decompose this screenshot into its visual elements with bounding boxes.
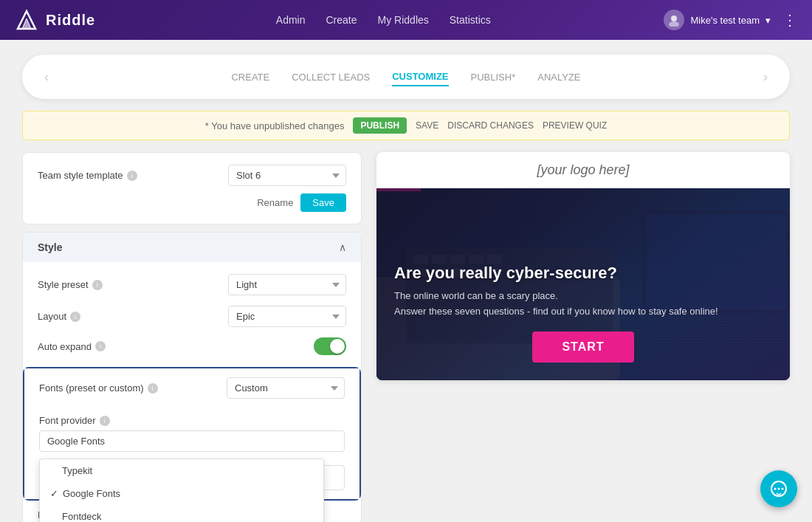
preview-description: Answer these seven questions - find out … bbox=[394, 306, 772, 317]
font-provider-value: Google Fonts bbox=[47, 436, 337, 447]
nav-my-riddles[interactable]: My Riddles bbox=[378, 14, 429, 26]
style-preset-row: Style preset i Light bbox=[38, 274, 346, 295]
team-chevron: ▾ bbox=[765, 15, 771, 26]
font-provider-label: Font provider i bbox=[39, 415, 345, 426]
nav-create[interactable]: Create bbox=[326, 14, 357, 26]
tab-customize[interactable]: CUSTOMIZE bbox=[392, 68, 448, 86]
discard-changes-button[interactable]: DISCARD CHANGES bbox=[447, 120, 534, 131]
font-provider-dropdown-container: Google Fonts Typekit Google Fonts bbox=[39, 430, 345, 452]
font-option-typekit-label: Typekit bbox=[62, 465, 92, 476]
team-label: Mike's test team bbox=[690, 15, 760, 26]
auto-expand-row: Auto expand i bbox=[38, 337, 346, 355]
font-provider-info-icon[interactable]: i bbox=[100, 416, 110, 426]
tab-analyze[interactable]: ANALYZE bbox=[537, 69, 580, 86]
font-option-fontdeck[interactable]: Fontdeck bbox=[40, 505, 323, 522]
style-preset-select[interactable]: Light bbox=[228, 274, 346, 295]
auto-expand-toggle[interactable] bbox=[314, 337, 346, 355]
auto-expand-label: Auto expand i bbox=[38, 341, 106, 352]
tab-create[interactable]: CREATE bbox=[231, 69, 269, 86]
logo-text: Riddle bbox=[46, 12, 95, 29]
nav-admin[interactable]: Admin bbox=[276, 14, 306, 26]
fonts-info-icon[interactable]: i bbox=[148, 383, 158, 394]
font-provider-trigger[interactable]: Google Fonts bbox=[39, 430, 345, 452]
template-row: Team style template i Slot 6 bbox=[38, 165, 346, 186]
main-content: ‹ CREATE COLLECT LEADS CUSTOMIZE PUBLISH… bbox=[0, 40, 812, 522]
font-option-fontdeck-label: Fontdeck bbox=[62, 511, 101, 522]
svg-marker-1 bbox=[22, 18, 31, 29]
preview-area: [your logo here] bbox=[376, 152, 790, 380]
chat-icon[interactable] bbox=[760, 470, 797, 507]
fonts-section: Fonts (preset or custom) i Custom Font p… bbox=[23, 367, 361, 501]
left-panel: Team style template i Slot 6 Rename Save bbox=[22, 152, 362, 522]
svg-point-2 bbox=[671, 16, 677, 21]
team-template-section: Team style template i Slot 6 Rename Save bbox=[22, 152, 362, 224]
layout-select[interactable]: Epic bbox=[228, 306, 346, 327]
style-title: Style bbox=[38, 241, 62, 253]
right-panel: [your logo here] bbox=[376, 152, 790, 522]
template-label: Team style template i bbox=[38, 170, 137, 181]
preview-image-container: Are you really cyber-secure? The online … bbox=[376, 188, 790, 380]
preview-subtitle: The online world can be a scary place. bbox=[394, 290, 772, 301]
rename-button[interactable]: Rename bbox=[257, 197, 293, 208]
template-info-icon[interactable]: i bbox=[127, 171, 137, 181]
logo-area: Riddle bbox=[15, 8, 95, 32]
style-body: Style preset i Light Layout i bbox=[23, 262, 361, 367]
preview-logo: [your logo here] bbox=[376, 152, 790, 188]
style-header[interactable]: Style ∧ bbox=[23, 233, 361, 262]
start-button[interactable]: START bbox=[532, 332, 633, 363]
layout-label: Layout i bbox=[38, 311, 80, 322]
style-preset-label: Style preset i bbox=[38, 279, 103, 290]
header-nav: Admin Create My Riddles Statistics bbox=[125, 14, 641, 26]
header: Riddle Admin Create My Riddles Statistic… bbox=[0, 0, 812, 40]
layout-row: Layout i Epic bbox=[38, 306, 346, 327]
team-avatar bbox=[664, 10, 684, 30]
preview-overlay: Are you really cyber-secure? The online … bbox=[376, 188, 790, 380]
style-chevron-icon: ∧ bbox=[339, 241, 346, 253]
font-option-google[interactable]: Google Fonts bbox=[40, 482, 323, 505]
tab-card: ‹ CREATE COLLECT LEADS CUSTOMIZE PUBLISH… bbox=[22, 55, 790, 99]
team-button[interactable]: Mike's test team ▾ bbox=[664, 10, 771, 30]
svg-point-21 bbox=[782, 488, 784, 490]
save-bar-button[interactable]: SAVE bbox=[416, 120, 438, 131]
layout-info-icon[interactable]: i bbox=[70, 312, 80, 322]
two-col-layout: Team style template i Slot 6 Rename Save bbox=[22, 152, 790, 522]
unpublished-notice: * You have unpublished changes bbox=[205, 120, 345, 131]
svg-point-19 bbox=[774, 488, 777, 490]
tab-next-arrow[interactable]: › bbox=[763, 69, 768, 85]
rename-save-row: Rename Save bbox=[38, 193, 346, 212]
font-provider-dropdown: Typekit Google Fonts Fontdeck fonts.com bbox=[39, 459, 324, 522]
font-option-typekit[interactable]: Typekit bbox=[40, 459, 323, 482]
publish-button[interactable]: PUBLISH bbox=[353, 117, 407, 134]
nav-statistics[interactable]: Statistics bbox=[450, 14, 491, 26]
chat-svg-icon bbox=[769, 479, 788, 498]
tab-collect-leads[interactable]: COLLECT LEADS bbox=[292, 69, 370, 86]
publish-bar: * You have unpublished changes PUBLISH S… bbox=[22, 111, 790, 140]
toggle-knob bbox=[330, 339, 345, 354]
svg-point-20 bbox=[778, 488, 780, 490]
font-provider-row: Font provider i Google Fonts Typekit bbox=[24, 408, 359, 459]
template-section-body: Team style template i Slot 6 Rename Save bbox=[23, 153, 361, 224]
header-right: Mike's test team ▾ ⋮ bbox=[664, 10, 797, 30]
template-select[interactable]: Slot 6 bbox=[228, 165, 346, 186]
font-option-google-label: Google Fonts bbox=[63, 488, 120, 499]
more-options-button[interactable]: ⋮ bbox=[782, 13, 797, 27]
preview-quiz-button[interactable]: PREVIEW QUIZ bbox=[543, 120, 607, 131]
style-section: Style ∧ Style preset i Light bbox=[22, 232, 362, 522]
fonts-row: Fonts (preset or custom) i Custom bbox=[24, 368, 359, 408]
fonts-label: Fonts (preset or custom) i bbox=[39, 382, 158, 394]
save-template-button[interactable]: Save bbox=[300, 193, 346, 212]
riddle-logo-icon bbox=[15, 8, 38, 32]
auto-expand-info-icon[interactable]: i bbox=[95, 341, 106, 351]
svg-point-3 bbox=[669, 21, 679, 27]
preset-info-icon[interactable]: i bbox=[92, 280, 103, 290]
tab-publish[interactable]: PUBLISH* bbox=[471, 69, 516, 86]
tab-nav: CREATE COLLECT LEADS CUSTOMIZE PUBLISH* … bbox=[49, 68, 763, 86]
fonts-select[interactable]: Custom bbox=[227, 377, 345, 399]
preview-title: Are you really cyber-secure? bbox=[394, 264, 772, 283]
